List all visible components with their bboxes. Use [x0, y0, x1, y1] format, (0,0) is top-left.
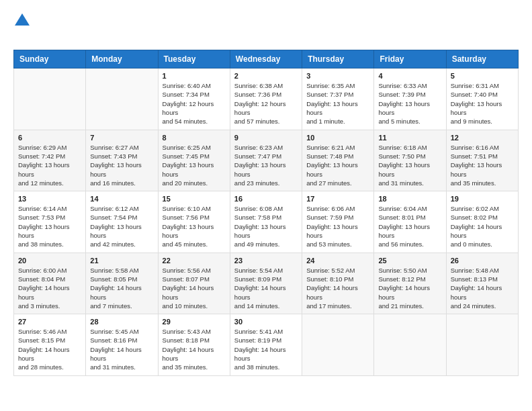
calendar-day-4: 4Sunrise: 6:33 AM Sunset: 7:39 PM Daylig…: [374, 68, 446, 130]
day-number: 15: [163, 195, 226, 203]
calendar-week-3: 13Sunrise: 6:14 AM Sunset: 7:53 PM Dayli…: [14, 191, 519, 253]
weekday-header-thursday: Thursday: [302, 50, 374, 68]
calendar-day-13: 13Sunrise: 6:14 AM Sunset: 7:53 PM Dayli…: [14, 191, 86, 253]
day-info: Sunrise: 6:06 AM Sunset: 7:59 PM Dayligh…: [306, 204, 369, 248]
calendar-day-19: 19Sunrise: 6:02 AM Sunset: 8:02 PM Dayli…: [446, 191, 518, 253]
day-number: 6: [18, 134, 81, 142]
weekday-header-sunday: Sunday: [14, 50, 86, 68]
day-number: 4: [378, 72, 441, 80]
calendar-day-20: 20Sunrise: 6:00 AM Sunset: 8:04 PM Dayli…: [14, 253, 86, 314]
day-number: 8: [163, 134, 226, 142]
day-number: 13: [18, 195, 81, 203]
day-number: 2: [234, 72, 298, 80]
calendar-day-7: 7Sunrise: 6:27 AM Sunset: 7:43 PM Daylig…: [86, 130, 158, 191]
header: [13, 13, 519, 43]
calendar-day-9: 9Sunrise: 6:23 AM Sunset: 7:47 PM Daylig…: [230, 130, 302, 191]
day-info: Sunrise: 5:54 AM Sunset: 8:09 PM Dayligh…: [234, 266, 298, 310]
day-number: 19: [451, 195, 514, 203]
day-info: Sunrise: 5:50 AM Sunset: 8:12 PM Dayligh…: [378, 266, 441, 310]
day-number: 21: [90, 257, 153, 265]
weekday-header-saturday: Saturday: [446, 50, 518, 68]
day-info: Sunrise: 5:46 AM Sunset: 8:15 PM Dayligh…: [18, 327, 81, 371]
day-number: 12: [451, 134, 514, 142]
day-info: Sunrise: 6:02 AM Sunset: 8:02 PM Dayligh…: [451, 204, 514, 248]
weekday-header-wednesday: Wednesday: [230, 50, 302, 68]
calendar-day-6: 6Sunrise: 6:29 AM Sunset: 7:42 PM Daylig…: [14, 130, 86, 191]
calendar-day-8: 8Sunrise: 6:25 AM Sunset: 7:45 PM Daylig…: [158, 130, 230, 191]
day-number: 20: [18, 257, 81, 265]
day-number: 3: [306, 72, 369, 80]
day-info: Sunrise: 6:08 AM Sunset: 7:58 PM Dayligh…: [234, 204, 298, 248]
day-number: 22: [163, 257, 226, 265]
day-info: Sunrise: 5:58 AM Sunset: 8:05 PM Dayligh…: [90, 266, 153, 310]
day-number: 27: [18, 318, 81, 326]
day-number: 26: [451, 257, 514, 265]
day-info: Sunrise: 6:29 AM Sunset: 7:42 PM Dayligh…: [18, 143, 81, 187]
day-info: Sunrise: 5:43 AM Sunset: 8:18 PM Dayligh…: [163, 327, 226, 371]
calendar-day-empty: [302, 314, 374, 375]
logo: [13, 13, 30, 43]
logo-text: [13, 13, 30, 43]
calendar-week-5: 27Sunrise: 5:46 AM Sunset: 8:15 PM Dayli…: [14, 314, 519, 375]
calendar-week-2: 6Sunrise: 6:29 AM Sunset: 7:42 PM Daylig…: [14, 130, 519, 191]
svg-marker-0: [15, 13, 30, 26]
day-number: 25: [378, 257, 441, 265]
calendar-day-11: 11Sunrise: 6:18 AM Sunset: 7:50 PM Dayli…: [374, 130, 446, 191]
calendar-day-18: 18Sunrise: 6:04 AM Sunset: 8:01 PM Dayli…: [374, 191, 446, 253]
calendar-day-22: 22Sunrise: 5:56 AM Sunset: 8:07 PM Dayli…: [158, 253, 230, 314]
calendar-day-26: 26Sunrise: 5:48 AM Sunset: 8:13 PM Dayli…: [446, 253, 518, 314]
calendar-day-empty: [14, 68, 86, 130]
day-number: 30: [234, 318, 298, 326]
day-number: 17: [306, 195, 369, 203]
day-info: Sunrise: 6:23 AM Sunset: 7:47 PM Dayligh…: [234, 143, 298, 187]
calendar-day-empty: [446, 314, 518, 375]
calendar-day-28: 28Sunrise: 5:45 AM Sunset: 8:16 PM Dayli…: [86, 314, 158, 375]
day-number: 14: [90, 195, 153, 203]
day-number: 18: [378, 195, 441, 203]
calendar-day-10: 10Sunrise: 6:21 AM Sunset: 7:48 PM Dayli…: [302, 130, 374, 191]
calendar-day-empty: [86, 68, 158, 130]
day-info: Sunrise: 6:16 AM Sunset: 7:51 PM Dayligh…: [451, 143, 514, 187]
calendar-day-2: 2Sunrise: 6:38 AM Sunset: 7:36 PM Daylig…: [230, 68, 302, 130]
day-info: Sunrise: 6:35 AM Sunset: 7:37 PM Dayligh…: [306, 81, 369, 126]
day-info: Sunrise: 6:27 AM Sunset: 7:43 PM Dayligh…: [90, 143, 153, 187]
calendar-day-16: 16Sunrise: 6:08 AM Sunset: 7:58 PM Dayli…: [230, 191, 302, 253]
calendar-week-4: 20Sunrise: 6:00 AM Sunset: 8:04 PM Dayli…: [14, 253, 519, 314]
calendar-day-29: 29Sunrise: 5:43 AM Sunset: 8:18 PM Dayli…: [158, 314, 230, 375]
page-container: SundayMondayTuesdayWednesdayThursdayFrid…: [13, 13, 519, 376]
day-number: 1: [163, 72, 226, 80]
day-number: 29: [163, 318, 226, 326]
calendar-header-row: SundayMondayTuesdayWednesdayThursdayFrid…: [14, 50, 519, 68]
calendar-day-25: 25Sunrise: 5:50 AM Sunset: 8:12 PM Dayli…: [374, 253, 446, 314]
day-number: 16: [234, 195, 298, 203]
day-number: 5: [451, 72, 514, 80]
day-number: 10: [306, 134, 369, 142]
calendar-day-23: 23Sunrise: 5:54 AM Sunset: 8:09 PM Dayli…: [230, 253, 302, 314]
day-number: 11: [378, 134, 441, 142]
day-info: Sunrise: 5:48 AM Sunset: 8:13 PM Dayligh…: [451, 266, 514, 310]
calendar-day-12: 12Sunrise: 6:16 AM Sunset: 7:51 PM Dayli…: [446, 130, 518, 191]
day-info: Sunrise: 6:25 AM Sunset: 7:45 PM Dayligh…: [163, 143, 226, 187]
day-number: 9: [234, 134, 298, 142]
day-info: Sunrise: 5:41 AM Sunset: 8:19 PM Dayligh…: [234, 327, 298, 371]
weekday-header-monday: Monday: [86, 50, 158, 68]
calendar-day-27: 27Sunrise: 5:46 AM Sunset: 8:15 PM Dayli…: [14, 314, 86, 375]
calendar-day-17: 17Sunrise: 6:06 AM Sunset: 7:59 PM Dayli…: [302, 191, 374, 253]
weekday-header-tuesday: Tuesday: [158, 50, 230, 68]
day-info: Sunrise: 6:31 AM Sunset: 7:40 PM Dayligh…: [451, 81, 514, 126]
calendar-table: SundayMondayTuesdayWednesdayThursdayFrid…: [13, 50, 519, 375]
calendar-day-24: 24Sunrise: 5:52 AM Sunset: 8:10 PM Dayli…: [302, 253, 374, 314]
day-number: 28: [90, 318, 153, 326]
day-info: Sunrise: 5:45 AM Sunset: 8:16 PM Dayligh…: [90, 327, 153, 371]
day-number: 24: [306, 257, 369, 265]
calendar-day-30: 30Sunrise: 5:41 AM Sunset: 8:19 PM Dayli…: [230, 314, 302, 375]
day-info: Sunrise: 6:14 AM Sunset: 7:53 PM Dayligh…: [18, 204, 81, 248]
day-info: Sunrise: 6:33 AM Sunset: 7:39 PM Dayligh…: [378, 81, 441, 126]
calendar-day-empty: [374, 314, 446, 375]
calendar-day-5: 5Sunrise: 6:31 AM Sunset: 7:40 PM Daylig…: [446, 68, 518, 130]
day-info: Sunrise: 6:04 AM Sunset: 8:01 PM Dayligh…: [378, 204, 441, 248]
day-info: Sunrise: 5:52 AM Sunset: 8:10 PM Dayligh…: [306, 266, 369, 310]
day-info: Sunrise: 6:40 AM Sunset: 7:34 PM Dayligh…: [163, 81, 226, 126]
day-info: Sunrise: 6:18 AM Sunset: 7:50 PM Dayligh…: [378, 143, 441, 187]
calendar-week-1: 1Sunrise: 6:40 AM Sunset: 7:34 PM Daylig…: [14, 68, 519, 130]
